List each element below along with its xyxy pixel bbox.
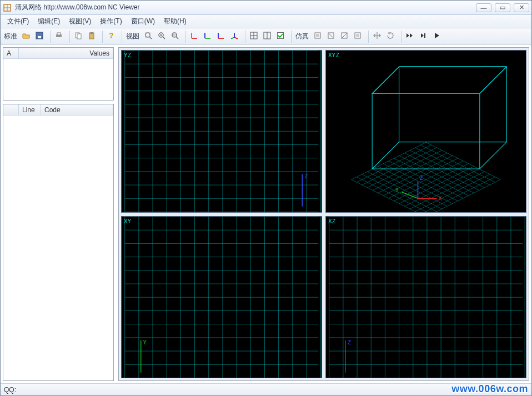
axis-y-label2: Y xyxy=(143,339,147,346)
svg-line-101 xyxy=(420,177,495,212)
menu-window[interactable]: 窗口(W) xyxy=(127,15,159,28)
pan-icon[interactable] xyxy=(372,31,384,43)
viewport-xy-label: XY xyxy=(124,218,131,225)
paste-icon[interactable] xyxy=(87,31,99,43)
svg-line-114 xyxy=(372,67,399,93)
app-icon xyxy=(3,3,12,12)
toolbar: 标准 ? 视图 仿真 xyxy=(1,28,531,45)
zoom-fit-icon[interactable] xyxy=(143,31,155,43)
help-icon[interactable]: ? xyxy=(106,31,118,43)
svg-line-16 xyxy=(163,37,165,39)
toolbar-sim-label: 仿真 xyxy=(294,32,312,41)
viewport-yz[interactable]: YZ Z xyxy=(121,50,322,213)
layout-2view-icon[interactable] xyxy=(262,31,274,43)
checkbox-icon[interactable] xyxy=(275,31,288,43)
axis-xz-icon[interactable] xyxy=(216,31,228,43)
watermark: www.006w.com xyxy=(451,383,528,395)
status-bar: QQ: www.006w.com xyxy=(1,383,531,395)
values-body[interactable] xyxy=(3,59,113,100)
svg-line-29 xyxy=(234,37,238,39)
svg-line-102 xyxy=(357,177,431,212)
open-icon[interactable] xyxy=(21,31,33,43)
svg-text:Z: Z xyxy=(419,174,423,182)
svg-line-40 xyxy=(328,33,334,38)
zoom-out-icon[interactable] xyxy=(170,31,182,43)
svg-rect-6 xyxy=(57,33,61,35)
minimize-button[interactable]: — xyxy=(476,3,491,12)
values-col-values[interactable]: Values xyxy=(19,48,113,58)
sim-tool3-icon[interactable] xyxy=(339,31,352,43)
left-column: A Values Line Code xyxy=(1,45,116,383)
sim-tool2-icon[interactable] xyxy=(326,31,338,43)
axis-z-label2: Z xyxy=(348,339,352,346)
svg-marker-106 xyxy=(372,67,506,93)
close-button[interactable]: ✕ xyxy=(514,3,529,12)
axis-xyz-icon[interactable] xyxy=(229,31,242,43)
play-icon[interactable] xyxy=(431,31,444,43)
menu-edit[interactable]: 编辑(E) xyxy=(33,15,64,28)
menu-operate[interactable]: 操作(T) xyxy=(96,15,126,28)
values-panel: A Values xyxy=(3,47,114,101)
viewport-yz-label: YZ xyxy=(124,52,131,59)
window-title: 清风网络 http://www.006w.com NC Viewer xyxy=(15,3,476,12)
svg-line-112 xyxy=(480,67,506,93)
code-col-line[interactable]: Line xyxy=(19,104,41,115)
window-buttons: — ▭ ✕ xyxy=(476,3,529,12)
rotate-icon[interactable] xyxy=(385,31,398,43)
svg-text:?: ? xyxy=(109,31,114,40)
viewport-grid: YZ Z XYZ xyxy=(118,47,529,381)
sim-tool1-icon[interactable] xyxy=(313,31,325,43)
menu-bar: 文件(F) 编辑(E) 视图(V) 操作(T) 窗口(W) 帮助(H) xyxy=(1,15,531,28)
code-header: Line Code xyxy=(3,104,113,116)
axis-xy-icon[interactable] xyxy=(189,31,202,43)
svg-line-42 xyxy=(342,33,347,38)
svg-rect-8 xyxy=(77,34,81,39)
svg-rect-10 xyxy=(91,32,93,34)
code-panel: Line Code xyxy=(3,104,114,381)
viewport-xz-label: XZ xyxy=(328,218,335,225)
fast-forward-icon[interactable] xyxy=(405,31,417,43)
axis-x-label: X xyxy=(438,195,442,202)
svg-rect-45 xyxy=(424,33,425,38)
menu-view[interactable]: 视图(V) xyxy=(64,15,96,28)
viewport-xyz[interactable]: XYZ xyxy=(325,50,526,213)
sim-tool4-icon[interactable] xyxy=(353,31,365,43)
copy-icon[interactable] xyxy=(73,31,86,43)
viewport-xy[interactable]: XY Y xyxy=(121,216,322,379)
title-bar: 清风网络 http://www.006w.com NC Viewer — ▭ ✕ xyxy=(1,1,531,15)
print-icon[interactable] xyxy=(54,31,66,43)
svg-line-30 xyxy=(231,37,234,39)
code-col-code[interactable]: Code xyxy=(41,104,113,115)
save-icon[interactable] xyxy=(34,31,47,43)
code-col-handle[interactable] xyxy=(3,104,19,115)
axis-z-label: Z xyxy=(304,173,308,180)
menu-help[interactable]: 帮助(H) xyxy=(159,15,191,28)
toolbar-view-label: 视图 xyxy=(125,32,143,41)
toolbar-std-label: 标准 xyxy=(3,32,21,41)
axis-yz-icon[interactable] xyxy=(203,31,215,43)
status-qq: QQ: xyxy=(4,386,16,394)
axis-y-label: Y xyxy=(395,187,399,194)
svg-line-20 xyxy=(176,37,178,39)
viewport-container: YZ Z XYZ xyxy=(116,45,531,383)
step-forward-icon[interactable] xyxy=(418,31,430,43)
svg-rect-38 xyxy=(316,34,319,37)
values-header: A Values xyxy=(3,48,113,59)
main-area: A Values Line Code YZ xyxy=(1,45,531,383)
menu-file[interactable]: 文件(F) xyxy=(3,15,33,28)
viewport-xyz-label: XYZ xyxy=(328,52,339,59)
values-col-a[interactable]: A xyxy=(3,48,19,58)
zoom-in-icon[interactable] xyxy=(157,31,169,43)
svg-rect-4 xyxy=(38,36,41,38)
svg-marker-105 xyxy=(372,142,506,169)
code-body[interactable] xyxy=(3,116,113,380)
layout-4view-icon[interactable] xyxy=(249,31,261,43)
svg-point-44 xyxy=(356,34,359,37)
svg-point-12 xyxy=(145,33,150,37)
viewport-xz[interactable]: XZ Z xyxy=(325,216,526,379)
maximize-button[interactable]: ▭ xyxy=(495,3,510,12)
